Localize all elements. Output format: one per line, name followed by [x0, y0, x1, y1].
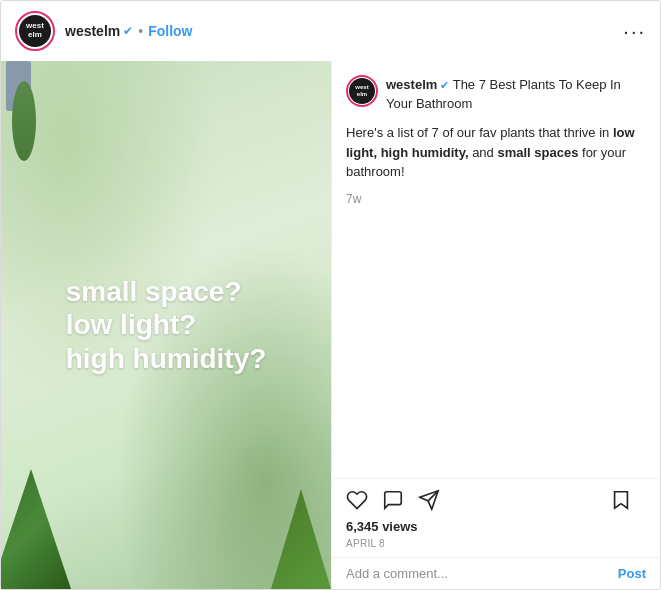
header-info: westelm ✔ • Follow: [65, 23, 623, 39]
caption-body-part1: Here's a list of 7 of our fav plants tha…: [346, 125, 613, 140]
caption-header: westelm westelm✔ The 7 Best Plants To Ke…: [346, 75, 646, 113]
overlay-line-2: low light?: [66, 308, 267, 342]
caption-verified-icon: ✔: [440, 79, 449, 91]
caption-username: westelm: [386, 77, 437, 92]
share-icon: [418, 489, 440, 511]
save-button[interactable]: [610, 489, 632, 511]
post-body: small space? low light? high humidity? w…: [1, 61, 660, 589]
svg-marker-2: [615, 492, 628, 509]
overlay-line-3: high humidity?: [66, 342, 267, 376]
views-count: 6,345 views: [332, 517, 660, 538]
post-comment-button[interactable]: Post: [618, 566, 646, 581]
caption-section: westelm westelm✔ The 7 Best Plants To Ke…: [332, 61, 660, 478]
caption-body: Here's a list of 7 of our fav plants tha…: [346, 123, 646, 182]
comment-bar: Post: [332, 557, 660, 589]
verified-icon: ✔: [123, 24, 133, 38]
post-actions: [332, 478, 660, 517]
overlay-line-1: small space?: [66, 275, 267, 309]
like-button[interactable]: [346, 489, 368, 511]
post-header: westelm westelm ✔ • Follow ···: [1, 1, 660, 61]
share-button[interactable]: [418, 489, 440, 511]
caption-avatar: westelm: [349, 78, 375, 104]
caption-timestamp: 7w: [346, 192, 646, 206]
overlay-text: small space? low light? high humidity?: [46, 275, 287, 376]
post-date: APRIL 8: [332, 538, 660, 557]
avatar: westelm: [19, 15, 51, 47]
more-options-button[interactable]: ···: [623, 20, 646, 43]
post-right-panel: westelm westelm✔ The 7 Best Plants To Ke…: [331, 61, 660, 589]
avatar-label: westelm: [26, 22, 44, 40]
comment-icon: [382, 489, 404, 511]
post-media: small space? low light? high humidity?: [1, 61, 331, 589]
bookmark-icon: [610, 489, 632, 511]
caption-avatar-label: westelm: [355, 84, 368, 97]
post-card: westelm westelm ✔ • Follow ··· small spa…: [0, 0, 661, 590]
caption-body-part2: and: [469, 145, 498, 160]
comment-button[interactable]: [382, 489, 404, 511]
caption-body-highlight2: small spaces: [497, 145, 578, 160]
caption-avatar-ring: westelm: [346, 75, 378, 107]
comment-input[interactable]: [346, 566, 618, 581]
follow-button[interactable]: Follow: [148, 23, 192, 39]
heart-icon: [346, 489, 368, 511]
header-username: westelm: [65, 23, 120, 39]
avatar-ring: westelm: [15, 11, 55, 51]
dot-separator: •: [138, 23, 143, 39]
caption-content: westelm✔ The 7 Best Plants To Keep In Yo…: [386, 75, 646, 113]
